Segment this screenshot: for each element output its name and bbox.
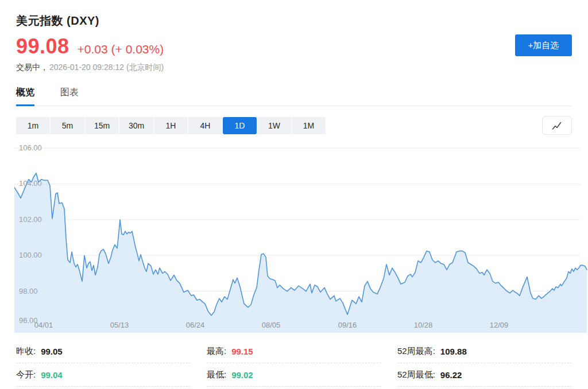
stat-value: 96.22 — [440, 370, 462, 380]
timeframe-selector: 1m 5m 15m 30m 1H 4H 1D 1W 1M — [16, 117, 326, 134]
price-chart[interactable]: 106.00104.00102.00100.0098.0096.0004/010… — [14, 141, 588, 333]
status-row: 交易中，2026-01-20 09:28:12 (北京时间) — [16, 63, 572, 73]
stat-52w-high: 52周最高: 109.88 — [397, 340, 572, 363]
stat-value: 99.05 — [41, 347, 63, 356]
stat-value: 99.04 — [41, 370, 63, 380]
timeframe-1h[interactable]: 1H — [154, 117, 188, 134]
y-axis-label: 98.00 — [19, 287, 38, 295]
stat-52w-low: 52周最低: 96.22 — [397, 363, 572, 387]
timeframe-1m[interactable]: 1m — [16, 117, 50, 134]
quote-page: 美元指数 (DXY) +加自选 99.08 +0.03 (+ 0.03%) 交易… — [0, 0, 588, 389]
timeframe-1d[interactable]: 1D — [223, 117, 257, 134]
price-change: +0.03 (+ 0.03%) — [78, 42, 164, 56]
y-axis-label: 106.00 — [19, 143, 42, 152]
chart-type-button[interactable] — [542, 116, 572, 135]
x-axis-label: 10/28 — [414, 321, 433, 329]
stat-label: 52周最低: — [397, 369, 435, 380]
stat-label: 最低: — [207, 369, 226, 380]
timeframe-4h[interactable]: 4H — [188, 117, 222, 134]
tab-chart[interactable]: 图表 — [60, 87, 79, 106]
y-axis-label: 100.00 — [19, 251, 42, 259]
stat-prev-close: 昨收: 99.05 — [16, 340, 191, 363]
stat-label: 今开: — [16, 369, 36, 380]
stat-high: 最高: 99.15 — [207, 340, 381, 363]
page-title: 美元指数 (DXY) — [16, 0, 572, 29]
stat-label: 52周最高: — [397, 346, 435, 357]
trading-status: 交易中， — [16, 63, 48, 72]
tab-bar: 概览 图表 — [16, 87, 572, 106]
stat-label: 最高: — [207, 346, 226, 357]
timeframe-1w[interactable]: 1W — [257, 117, 291, 134]
x-axis-label: 12/09 — [490, 321, 509, 329]
x-axis-label: 04/01 — [34, 321, 53, 329]
y-axis-label: 104.00 — [19, 179, 42, 188]
stat-value: 99.02 — [231, 370, 253, 380]
stat-low: 最低: 99.02 — [207, 363, 381, 387]
x-axis-label: 06/24 — [186, 321, 205, 329]
x-axis-label: 05/13 — [110, 321, 129, 329]
price-row: 99.08 +0.03 (+ 0.03%) — [16, 34, 572, 59]
timeframe-1M[interactable]: 1M — [292, 117, 326, 134]
stats-grid: 昨收: 99.05 最高: 99.15 52周最高: 109.88 今开: 99… — [16, 340, 572, 387]
timeframe-15m[interactable]: 15m — [85, 117, 119, 134]
line-chart-icon — [551, 120, 563, 131]
tab-overview[interactable]: 概览 — [16, 87, 34, 106]
chart-toolbar: 1m 5m 15m 30m 1H 4H 1D 1W 1M — [16, 116, 572, 135]
add-watchlist-button[interactable]: +加自选 — [515, 34, 572, 56]
timeframe-5m[interactable]: 5m — [51, 117, 84, 134]
stat-value: 99.15 — [231, 347, 253, 356]
stat-open: 今开: 99.04 — [16, 363, 191, 387]
y-axis-label: 102.00 — [19, 215, 42, 224]
price-chart-svg[interactable]: 106.00104.00102.00100.0098.0096.0004/010… — [14, 141, 588, 333]
stat-label: 昨收: — [16, 346, 36, 357]
x-axis-label: 09/16 — [338, 321, 357, 329]
quote-timestamp: 2026-01-20 09:28:12 (北京时间) — [49, 63, 164, 72]
last-price: 99.08 — [16, 34, 69, 59]
stat-value: 109.88 — [440, 347, 467, 356]
x-axis-label: 08/05 — [262, 321, 281, 329]
timeframe-30m[interactable]: 30m — [119, 117, 153, 134]
